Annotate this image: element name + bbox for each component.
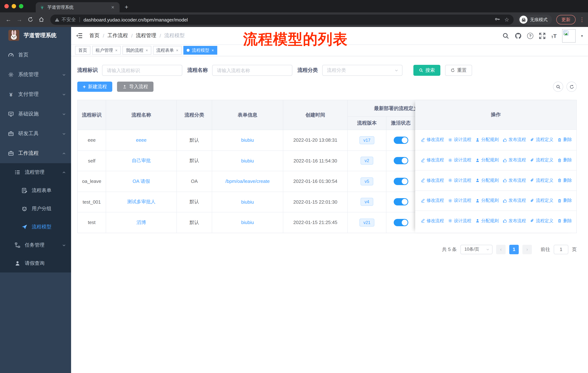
version-badge[interactable]: v21: [359, 218, 375, 227]
version-badge[interactable]: v17: [359, 136, 375, 144]
address-bar[interactable]: 不安全 dashboard.yudao.iocoder.cn/bpm/manag…: [50, 15, 514, 25]
sidebar-item-leave-query[interactable]: 请假查询: [0, 254, 71, 272]
help-icon[interactable]: ?: [527, 33, 534, 39]
url-text[interactable]: dashboard.yudao.iocoder.cn/bpm/manager/m…: [84, 17, 490, 22]
action-edit-process[interactable]: 修改流程: [421, 177, 444, 184]
reload-button[interactable]: [26, 16, 35, 23]
action-edit-process[interactable]: 修改流程: [421, 137, 444, 143]
form-info-link[interactable]: biubiu: [241, 199, 254, 205]
breadcrumb-item[interactable]: 首页: [89, 32, 100, 39]
sidebar-item-payment[interactable]: ¥ 支付管理: [0, 84, 71, 104]
action-design-process[interactable]: 设计流程: [448, 137, 471, 143]
action-delete[interactable]: 删除: [557, 137, 572, 143]
action-delete[interactable]: 删除: [557, 157, 572, 163]
search-button[interactable]: 搜索: [413, 65, 440, 76]
tag-close-icon[interactable]: ×: [212, 48, 214, 52]
key-icon[interactable]: [494, 16, 500, 23]
action-assign-rule[interactable]: 分配规则: [475, 157, 499, 163]
page-size-select[interactable]: 10条/页: [460, 245, 493, 254]
action-assign-rule[interactable]: 分配规则: [475, 218, 499, 224]
process-name-link[interactable]: eeee: [136, 138, 147, 143]
tab-close-icon[interactable]: ✕: [110, 4, 116, 10]
tag-my-process[interactable]: 我的流程 ×: [123, 46, 151, 55]
action-design-process[interactable]: 设计流程: [448, 198, 471, 204]
action-process-definition[interactable]: 流程定义: [530, 137, 553, 143]
font-size-icon[interactable]: TT: [551, 33, 557, 39]
avatar[interactable]: [562, 29, 576, 42]
back-button[interactable]: ←: [4, 16, 13, 23]
action-delete[interactable]: 删除: [557, 198, 572, 204]
breadcrumb-item[interactable]: 流程管理: [136, 32, 156, 39]
tag-process-form[interactable]: 流程表单 ×: [153, 46, 182, 55]
sidebar-item-process-model[interactable]: 流程模型: [0, 218, 71, 236]
new-tab-button[interactable]: +: [125, 4, 128, 11]
action-process-definition[interactable]: 流程定义: [530, 198, 553, 204]
version-badge[interactable]: v5: [360, 177, 373, 185]
app-logo[interactable]: 芋道管理系统: [0, 27, 71, 44]
collapse-menu-icon[interactable]: [76, 32, 83, 39]
close-window-button[interactable]: [4, 4, 9, 8]
action-process-definition[interactable]: 流程定义: [530, 218, 553, 224]
active-toggle[interactable]: [394, 198, 408, 206]
action-delete[interactable]: 删除: [557, 218, 572, 224]
action-design-process[interactable]: 设计流程: [448, 177, 471, 184]
process-name-link[interactable]: 测试多审批人: [127, 199, 156, 205]
goto-page-input[interactable]: [554, 245, 568, 254]
action-design-process[interactable]: 设计流程: [448, 218, 471, 224]
browser-tab[interactable]: 芋道管理系统 ✕: [36, 2, 120, 12]
forward-button[interactable]: →: [15, 16, 24, 23]
refresh-table-button[interactable]: [567, 81, 577, 92]
breadcrumb-item[interactable]: 工作流程: [107, 32, 128, 39]
action-process-definition[interactable]: 流程定义: [530, 177, 553, 184]
update-browser-button[interactable]: 更新: [556, 15, 576, 24]
active-toggle[interactable]: [394, 219, 408, 226]
minimize-window-button[interactable]: [12, 4, 16, 8]
sidebar-item-infrastructure[interactable]: 基础设施: [0, 104, 71, 124]
version-badge[interactable]: v2: [360, 157, 373, 165]
form-info-link[interactable]: biubiu: [241, 138, 254, 143]
sidebar-item-system[interactable]: 系统管理: [0, 65, 71, 84]
action-process-definition[interactable]: 流程定义: [530, 157, 553, 163]
action-publish-process[interactable]: 发布流程: [503, 177, 526, 184]
action-assign-rule[interactable]: 分配规则: [475, 198, 499, 204]
maximize-window-button[interactable]: [19, 4, 23, 8]
security-label[interactable]: 不安全: [62, 16, 76, 23]
tag-close-icon[interactable]: ×: [115, 48, 117, 52]
home-button[interactable]: [36, 16, 46, 23]
process-name-link[interactable]: 滔博: [136, 219, 146, 226]
tag-process-model[interactable]: 流程模型 ×: [184, 46, 217, 55]
avatar-caret-icon[interactable]: ▾: [581, 34, 583, 38]
sidebar-item-process-management[interactable]: 流程管理: [0, 163, 71, 181]
process-name-link[interactable]: OA 请假: [133, 178, 150, 185]
sidebar-item-process-form[interactable]: 流程表单: [0, 181, 71, 200]
action-assign-rule[interactable]: 分配规则: [475, 137, 499, 143]
search-icon[interactable]: [503, 32, 509, 39]
next-page-button[interactable]: ›: [522, 245, 532, 254]
reset-button[interactable]: 重置: [445, 65, 472, 76]
sidebar-item-task-management[interactable]: 任务管理: [0, 236, 71, 254]
action-publish-process[interactable]: 发布流程: [503, 198, 526, 204]
form-info-link[interactable]: /bpm/oa/leave/create: [225, 179, 270, 184]
bookmark-star-icon[interactable]: ☆: [504, 16, 509, 23]
import-process-button[interactable]: 导入流程: [117, 81, 153, 92]
prev-page-button[interactable]: ‹: [496, 245, 506, 254]
action-publish-process[interactable]: 发布流程: [503, 157, 526, 163]
active-toggle[interactable]: [394, 157, 408, 164]
sidebar-item-dev-tools[interactable]: 研发工具: [0, 124, 71, 143]
action-edit-process[interactable]: 修改流程: [421, 218, 444, 224]
fullscreen-icon[interactable]: [539, 32, 546, 39]
version-badge[interactable]: v4: [360, 198, 373, 206]
action-edit-process[interactable]: 修改流程: [421, 198, 444, 204]
process-name-input[interactable]: [212, 65, 292, 76]
active-toggle[interactable]: [394, 178, 408, 185]
page-number-button[interactable]: 1: [509, 245, 519, 254]
tag-home[interactable]: 首页: [75, 46, 90, 55]
action-publish-process[interactable]: 发布流程: [503, 137, 526, 143]
sidebar-item-workflow[interactable]: 工作流程: [0, 143, 71, 163]
action-design-process[interactable]: 设计流程: [448, 157, 471, 163]
browser-menu-icon[interactable]: ⋮: [579, 16, 584, 23]
toggle-search-button[interactable]: [553, 81, 563, 92]
process-key-input[interactable]: [102, 65, 182, 76]
create-process-button[interactable]: + 新建流程: [77, 81, 112, 92]
action-delete[interactable]: 删除: [557, 177, 572, 184]
